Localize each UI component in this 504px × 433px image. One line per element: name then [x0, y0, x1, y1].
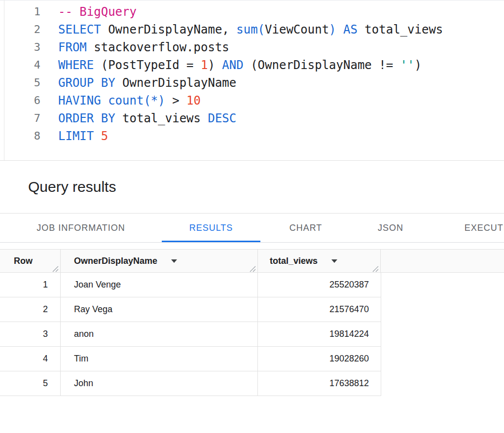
code-text: GROUP BY OwnerDisplayName: [40, 74, 236, 92]
sort-caret-icon[interactable]: [171, 259, 177, 263]
sql-token-keyword: GROUP BY: [58, 76, 115, 90]
owner-display-name-cell: Tim: [61, 347, 258, 371]
sql-token-string: '': [400, 58, 415, 72]
sql-token-keyword: AS: [343, 23, 358, 36]
owner-display-name-cell: Joan Venge: [61, 273, 258, 297]
query-results-header: Query results: [0, 161, 504, 214]
code-text: -- BigQuery: [40, 3, 137, 21]
sql-token-keyword: FROM: [58, 40, 87, 54]
code-text: FROM stackoverflow.posts: [40, 38, 229, 56]
column-resize-handle[interactable]: [52, 264, 59, 271]
sql-token-plain: [94, 129, 101, 143]
line-number: 2: [0, 21, 40, 38]
column-header-row: Row: [0, 250, 61, 272]
sql-token-number: 10: [186, 94, 201, 108]
code-text: SELECT OwnerDisplayName, sum(ViewCount) …: [40, 21, 443, 38]
sql-token-keyword: WHERE: [58, 58, 94, 72]
sql-token-number: 1: [201, 58, 208, 72]
sql-token-keyword: HAVING: [58, 94, 101, 108]
table-row: 1Joan Venge25520387: [0, 273, 381, 297]
row-number-cell: 4: [0, 347, 61, 371]
code-text: WHERE (PostTypeId = 1) AND (OwnerDisplay…: [40, 56, 422, 74]
sql-token-function: count(*): [108, 94, 165, 108]
table-row: 2Ray Vega21576470: [0, 297, 381, 322]
line-number: 8: [0, 127, 40, 145]
sql-token-plain: [101, 94, 108, 108]
column-resize-handle[interactable]: [249, 264, 256, 271]
sql-token-keyword: SELECT: [58, 23, 101, 36]
sort-caret-icon[interactable]: [331, 259, 337, 263]
column-label: Row: [14, 256, 33, 266]
sql-token-function: ): [329, 23, 336, 36]
table-row: 3anon19814224: [0, 322, 381, 347]
sql-token-function: sum(: [236, 23, 265, 36]
code-text: LIMIT 5: [40, 127, 108, 145]
sql-token-plain: stackoverflow.posts: [87, 40, 229, 54]
sql-token-keyword: LIMIT: [58, 129, 94, 143]
results-tabbar: JOB INFORMATIONRESULTSCHARTJSONEXECUTION…: [0, 214, 504, 243]
line-number: 1: [0, 3, 40, 21]
code-line[interactable]: 2SELECT OwnerDisplayName, sum(ViewCount)…: [0, 21, 504, 38]
sql-token-plain: >: [165, 94, 186, 108]
sql-token-comment: -- BigQuery: [58, 5, 137, 19]
tab-execution-details[interactable]: EXECUTION DETAILS: [430, 214, 504, 242]
column-label: OwnerDisplayName: [74, 256, 157, 266]
sql-editor[interactable]: 1-- BigQuery2SELECT OwnerDisplayName, su…: [0, 0, 504, 161]
column-resize-handle[interactable]: [372, 264, 379, 271]
sql-token-plain: ): [415, 58, 422, 72]
column-header-total_views[interactable]: total_views: [258, 250, 381, 272]
code-line[interactable]: 6HAVING count(*) > 10: [0, 92, 504, 109]
sql-token-number: 5: [101, 129, 108, 143]
code-line[interactable]: 1-- BigQuery: [0, 3, 504, 21]
owner-display-name-cell: Ray Vega: [61, 297, 258, 322]
tab-chart[interactable]: CHART: [260, 214, 351, 242]
sql-token-plain: OwnerDisplayName: [115, 76, 237, 90]
owner-display-name-cell: John: [61, 371, 258, 396]
sql-token-plain: [336, 23, 343, 36]
tab-job-information[interactable]: JOB INFORMATION: [0, 214, 162, 242]
total-views-cell: 17638812: [258, 371, 381, 396]
line-number: 5: [0, 74, 40, 92]
table-row: 4Tim19028260: [0, 347, 381, 371]
line-number: 7: [0, 109, 40, 127]
table-header-row: RowOwnerDisplayNametotal_views: [0, 249, 504, 273]
code-line[interactable]: 4WHERE (PostTypeId = 1) AND (OwnerDispla…: [0, 56, 504, 74]
row-number-cell: 2: [0, 297, 61, 322]
tab-json[interactable]: JSON: [351, 214, 430, 242]
table-header-filler: [381, 250, 504, 272]
row-number-cell: 3: [0, 322, 61, 346]
code-line[interactable]: 7ORDER BY total_views DESC: [0, 109, 504, 127]
column-label: total_views: [270, 256, 318, 266]
code-line[interactable]: 3FROM stackoverflow.posts: [0, 38, 504, 56]
sql-token-plain: ViewCount: [265, 23, 329, 36]
row-number-cell: 1: [0, 273, 61, 297]
page-title: Query results: [28, 179, 116, 195]
code-area[interactable]: 1-- BigQuery2SELECT OwnerDisplayName, su…: [0, 3, 504, 145]
sql-token-keyword: DESC: [208, 111, 236, 125]
code-text: HAVING count(*) > 10: [40, 92, 201, 109]
column-header-ownerdisplayname[interactable]: OwnerDisplayName: [61, 250, 258, 272]
sql-token-plain: (OwnerDisplayName !=: [244, 58, 400, 72]
code-line[interactable]: 8LIMIT 5: [0, 127, 504, 145]
total-views-cell: 19814224: [258, 322, 381, 346]
sql-token-plain: total_views: [358, 23, 443, 36]
sql-token-keyword: ORDER BY: [58, 111, 115, 125]
code-text: ORDER BY total_views DESC: [40, 109, 236, 127]
line-number: 6: [0, 92, 40, 109]
table-body: 1Joan Venge255203872Ray Vega215764703ano…: [0, 273, 504, 396]
total-views-cell: 21576470: [258, 297, 381, 322]
editor-gutter-divider: [4, 0, 4, 160]
sql-token-plain: total_views: [115, 111, 208, 125]
row-number-cell: 5: [0, 371, 61, 396]
table-row: 5John17638812: [0, 371, 381, 396]
sql-token-plain: OwnerDisplayName,: [101, 23, 237, 36]
sql-token-keyword: AND: [222, 58, 243, 72]
line-number: 4: [0, 56, 40, 74]
total-views-cell: 25520387: [258, 273, 381, 297]
tab-results[interactable]: RESULTS: [162, 214, 260, 242]
results-table: RowOwnerDisplayNametotal_views 1Joan Ven…: [0, 249, 504, 396]
sql-token-plain: ): [208, 58, 222, 72]
total-views-cell: 19028260: [258, 347, 381, 371]
line-number: 3: [0, 38, 40, 56]
code-line[interactable]: 5GROUP BY OwnerDisplayName: [0, 74, 504, 92]
